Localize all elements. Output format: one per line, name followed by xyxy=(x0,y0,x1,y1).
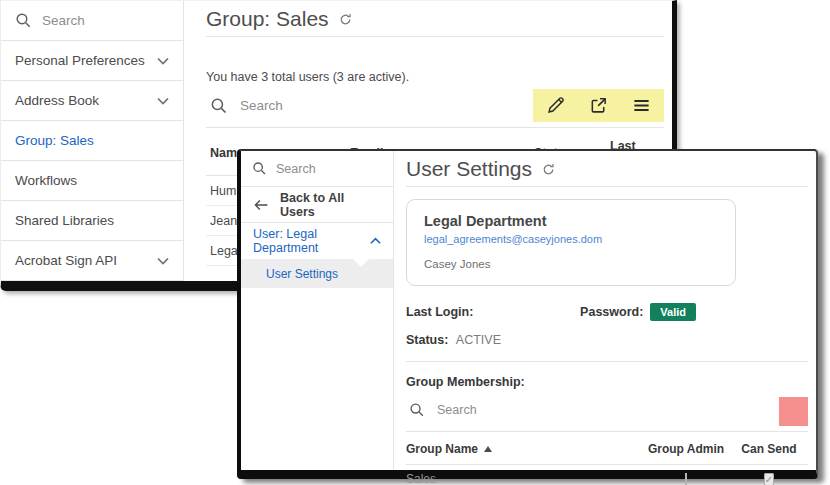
column-header-can-send[interactable]: Can Send xyxy=(730,442,808,456)
user-sidebar-search xyxy=(241,151,393,187)
status-label: Status: xyxy=(406,333,448,347)
sidebar-search xyxy=(1,1,183,41)
column-header-group-admin[interactable]: Group Admin xyxy=(642,442,730,456)
sidebar-item-label: Personal Preferences xyxy=(15,53,145,68)
user-count-summary: You have 3 total users (3 are active). xyxy=(206,70,664,84)
user-sidebar: Back to All Users User: Legal Department… xyxy=(241,151,394,470)
groups-table-header: Group Name Group Admin Can Send xyxy=(406,432,808,465)
sidebar-item-workflows[interactable]: Workflows xyxy=(1,161,183,201)
group-admin-checkbox[interactable] xyxy=(685,473,687,485)
section-divider xyxy=(406,361,808,362)
group-search-input[interactable] xyxy=(437,403,617,417)
search-icon xyxy=(409,402,425,418)
column-header-group-name[interactable]: Group Name xyxy=(406,442,642,456)
last-login-label: Last Login: xyxy=(406,305,473,319)
login-password-row: Last Login: Password: Valid xyxy=(406,303,808,321)
menu-button[interactable] xyxy=(632,96,651,115)
status-value: ACTIVE xyxy=(456,333,501,347)
page-title: Group: Sales xyxy=(206,7,664,31)
sidebar-item-shared-libraries[interactable]: Shared Libraries xyxy=(1,201,183,241)
title-divider xyxy=(206,36,664,37)
sidebar-item-personal-preferences[interactable]: Personal Preferences xyxy=(1,41,183,81)
users-search-bar xyxy=(206,84,664,128)
user-full-name: Casey Jones xyxy=(424,258,718,270)
status-row: Status: ACTIVE xyxy=(406,333,808,347)
users-search-input[interactable] xyxy=(240,98,460,113)
group-search-bar xyxy=(406,389,808,432)
search-icon xyxy=(15,12,32,29)
sidebar-item-label: Workflows xyxy=(15,173,77,188)
search-icon xyxy=(252,161,267,176)
can-send-checkbox[interactable]: ✓ xyxy=(764,473,774,485)
refresh-icon[interactable] xyxy=(541,162,556,177)
page-title: User Settings xyxy=(406,157,808,181)
user-email-link[interactable]: legal_agreements@caseyjones.dom xyxy=(424,233,718,245)
sidebar-item-user-legal-department[interactable]: User: Legal Department xyxy=(241,223,393,259)
sidebar-item-label: Address Book xyxy=(15,93,99,108)
chevron-down-icon xyxy=(157,97,169,105)
password-label: Password: xyxy=(580,305,643,319)
sidebar-item-address-book[interactable]: Address Book xyxy=(1,81,183,121)
sort-ascending-icon xyxy=(484,446,492,452)
users-toolbar-highlight xyxy=(533,89,664,122)
sidebar-item-acrobat-sign-api[interactable]: Acrobat Sign API xyxy=(1,241,183,281)
sidebar-item-label: Group: Sales xyxy=(15,133,94,148)
pointer-notch xyxy=(353,259,369,267)
sidebar-item-group-sales[interactable]: Group: Sales xyxy=(1,121,183,161)
sidebar-nav: Personal Preferences Address Book Group:… xyxy=(1,41,183,281)
sidebar-item-user-settings[interactable]: User Settings xyxy=(241,259,393,288)
back-to-all-users-link[interactable]: Back to All Users xyxy=(241,187,393,223)
sidebar-item-label: Shared Libraries xyxy=(15,213,114,228)
edit-pencil-button[interactable] xyxy=(546,96,565,115)
group-membership-label: Group Membership: xyxy=(406,375,808,389)
chevron-down-icon xyxy=(157,57,169,65)
search-icon xyxy=(210,97,228,115)
user-item-label: User: Legal Department xyxy=(253,227,370,255)
user-display-name: Legal Department xyxy=(424,213,718,229)
arrow-left-icon xyxy=(253,198,269,212)
user-settings-window: Back to All Users User: Legal Department… xyxy=(237,149,818,479)
user-profile-card: Legal Department legal_agreements@caseyj… xyxy=(406,199,736,286)
red-highlight-marker xyxy=(779,397,808,426)
chevron-down-icon xyxy=(157,257,169,265)
table-row[interactable]: Sales ✓ xyxy=(406,465,808,485)
back-link-label: Back to All Users xyxy=(280,191,381,219)
export-button[interactable] xyxy=(589,96,608,115)
desktop-canvas: Personal Preferences Address Book Group:… xyxy=(0,0,830,485)
user-sidebar-search-input[interactable] xyxy=(276,162,362,176)
sidebar-item-label: Acrobat Sign API xyxy=(15,253,117,268)
password-status-badge: Valid xyxy=(650,303,696,321)
title-divider xyxy=(406,186,808,187)
admin-sidebar: Personal Preferences Address Book Group:… xyxy=(1,1,184,281)
refresh-icon[interactable] xyxy=(338,12,353,27)
user-settings-content: User Settings Legal Department legal_agr… xyxy=(394,151,816,470)
password-cell: Password: Valid xyxy=(580,303,696,321)
chevron-up-icon xyxy=(370,237,381,245)
group-name-cell: Sales xyxy=(406,472,642,485)
sub-item-label: User Settings xyxy=(266,267,338,281)
